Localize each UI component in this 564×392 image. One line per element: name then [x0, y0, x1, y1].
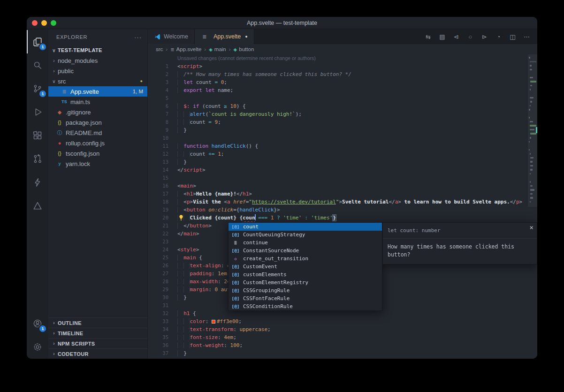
line-number[interactable]: 21	[148, 222, 168, 230]
activity-extensions[interactable]	[27, 124, 48, 147]
activity-manage[interactable]	[27, 335, 48, 359]
line-number[interactable]: 27	[148, 270, 168, 278]
line-number[interactable]: 24	[148, 246, 168, 254]
tree-item-.gitignore[interactable]: ◆.gitignore	[48, 107, 147, 117]
tree-item-tsconfig.json[interactable]: {}tsconfig.json	[48, 148, 147, 158]
zoom-button[interactable]	[51, 20, 56, 26]
line-number[interactable]: 30	[148, 294, 168, 302]
line-number[interactable]: 23	[148, 238, 168, 246]
more-actions-icon[interactable]: ···	[134, 34, 142, 41]
section-npm-scripts[interactable]: ›NPM SCRIPTS	[48, 338, 147, 348]
tree-item-public[interactable]: ›public	[48, 66, 147, 76]
activity-azure[interactable]	[27, 194, 48, 218]
line-number[interactable]: 37	[148, 349, 168, 357]
section-outline[interactable]: ›OUTLINE	[48, 317, 147, 328]
line-number[interactable]: 12	[148, 150, 168, 158]
code-line-19[interactable]: 19 <button on:click={handleClick}>	[148, 206, 537, 214]
suggestion-CustomElementRegistry[interactable]: [@]CustomElementRegistry	[229, 279, 382, 286]
minimize-button[interactable]	[41, 20, 47, 26]
activity-search[interactable]	[27, 53, 48, 77]
code-line-33[interactable]: 33 color: #ff3e00;	[148, 317, 537, 325]
code-line-11[interactable]: 11 function handleClick() {	[148, 142, 537, 150]
line-number[interactable]: 7	[148, 110, 168, 118]
suggestion-customElements[interactable]: [@]customElements	[229, 271, 382, 279]
line-number[interactable]: 1	[148, 62, 168, 70]
line-number[interactable]: 31	[148, 302, 168, 309]
color-swatch[interactable]	[212, 320, 215, 324]
suggestion-count[interactable]: [@]count	[229, 223, 382, 231]
code-line-12[interactable]: 12 count += 1;	[148, 150, 537, 158]
code-line-14[interactable]: 14</script>	[148, 166, 537, 174]
open-changes-icon[interactable]: ⇆	[422, 30, 434, 43]
line-number[interactable]: 29	[148, 286, 168, 294]
code-line-5[interactable]: 5	[148, 94, 537, 102]
code-line-8[interactable]: 8 count = 9;	[148, 118, 537, 126]
line-number[interactable]: 22	[148, 230, 168, 238]
line-number[interactable]: 5	[148, 94, 168, 102]
code-line-35[interactable]: 35 font-size: 4em;	[148, 333, 537, 341]
suggestion-continue[interactable]: ≣continue	[229, 239, 382, 247]
line-number[interactable]: 11	[148, 142, 168, 150]
tree-item-src[interactable]: ∨src●	[48, 76, 147, 86]
dirty-dot[interactable]: ●	[245, 34, 247, 39]
breadcrumb-button[interactable]: ◈button	[234, 46, 254, 52]
line-number[interactable]: 8	[148, 118, 168, 126]
line-number[interactable]: 19	[148, 206, 168, 214]
breadcrumb-file[interactable]: ≣App.svelte	[170, 46, 201, 52]
code-line-20[interactable]: 20 Clicked {count} {coun === 1 ? 'time' …	[148, 214, 537, 222]
suggestion-ConstantSourceNode[interactable]: [@]ConstantSourceNode	[229, 247, 382, 255]
line-number[interactable]: 26	[148, 262, 168, 270]
code-line-7[interactable]: 7 alert(`count is dangerously high!`);	[148, 110, 537, 118]
close-button[interactable]	[32, 20, 38, 26]
line-number[interactable]: 25	[148, 254, 168, 262]
activity-accounts[interactable]: 1	[27, 312, 48, 335]
line-number[interactable]: 28	[148, 278, 168, 286]
breadcrumb-src[interactable]: src	[156, 46, 163, 52]
breadcrumb-main[interactable]: ◈main	[209, 46, 226, 52]
suggestion-CSSFontFaceRule[interactable]: [@]CSSFontFaceRule	[229, 294, 382, 302]
tree-item-yarn.lock[interactable]: yyarn.lock	[48, 158, 147, 169]
line-number[interactable]: 3	[148, 78, 168, 86]
tree-item-package.json[interactable]: {}package.json	[48, 117, 147, 128]
code-line-9[interactable]: 9 }	[148, 126, 537, 134]
code-line-1[interactable]: 1<script>	[148, 62, 537, 70]
line-number[interactable]: 20	[148, 214, 168, 222]
code-line-37[interactable]: 37 }	[148, 349, 537, 357]
line-number[interactable]: 2	[148, 70, 168, 78]
code-line-2[interactable]: 2 /** How many times has someone clicked…	[148, 70, 537, 78]
suggestion-CSSConditionRule[interactable]: [@]CSSConditionRule	[229, 302, 382, 310]
line-number[interactable]: 10	[148, 134, 168, 142]
section-timeline[interactable]: ›TIMELINE	[48, 328, 147, 338]
line-number[interactable]: 32	[148, 309, 168, 317]
line-number[interactable]: 15	[148, 174, 168, 182]
code-line-6[interactable]: 6 $: if (count ≥ 10) {	[148, 102, 537, 110]
suggestion-CSSGroupingRule[interactable]: [@]CSSGroupingRule	[229, 286, 382, 294]
line-number[interactable]: 34	[148, 325, 168, 333]
line-number[interactable]: 17	[148, 190, 168, 198]
tree-item-rollup.config.js[interactable]: ●rollup.config.js	[48, 138, 147, 148]
code-line-3[interactable]: 3 let count = 0;	[148, 78, 537, 86]
code-line-10[interactable]: 10	[148, 134, 537, 142]
code-line-18[interactable]: 18 <p>Visit the <a href="https://svelte.…	[148, 198, 537, 206]
line-number[interactable]: 36	[148, 341, 168, 349]
close-icon[interactable]: ×	[530, 224, 534, 232]
tree-item-node_modules[interactable]: ›node_modules	[48, 55, 147, 66]
code-line-36[interactable]: 36 font-weight: 100;	[148, 341, 537, 349]
tab-app-svelte[interactable]: ≣ App.svelte ●	[195, 29, 254, 44]
suggestion-create_out_transition[interactable]: ◇create_out_transition	[229, 255, 382, 263]
code-line-4[interactable]: 4 export let name;	[148, 86, 537, 94]
open-file-icon[interactable]: ▤	[436, 30, 449, 43]
code-line-13[interactable]: 13 }	[148, 158, 537, 166]
activity-source-control[interactable]: 1	[27, 77, 48, 100]
code-line-17[interactable]: 17 <h1>Hello {name}!</h1>	[148, 190, 537, 198]
tree-item-readme.md[interactable]: ⓘREADME.md	[48, 128, 147, 138]
more-actions-icon[interactable]: ⋯	[520, 30, 533, 43]
activity-run-and-debug[interactable]	[27, 100, 48, 124]
project-root-row[interactable]: ∨ TEST-TEMPLATE	[48, 45, 147, 55]
line-number[interactable]: 16	[148, 182, 168, 190]
line-number[interactable]: 18	[148, 198, 168, 206]
annotate-icon[interactable]: ○	[464, 30, 477, 43]
line-number[interactable]: 35	[148, 333, 168, 341]
minimap[interactable]	[528, 54, 537, 359]
line-number[interactable]: 14	[148, 166, 168, 174]
